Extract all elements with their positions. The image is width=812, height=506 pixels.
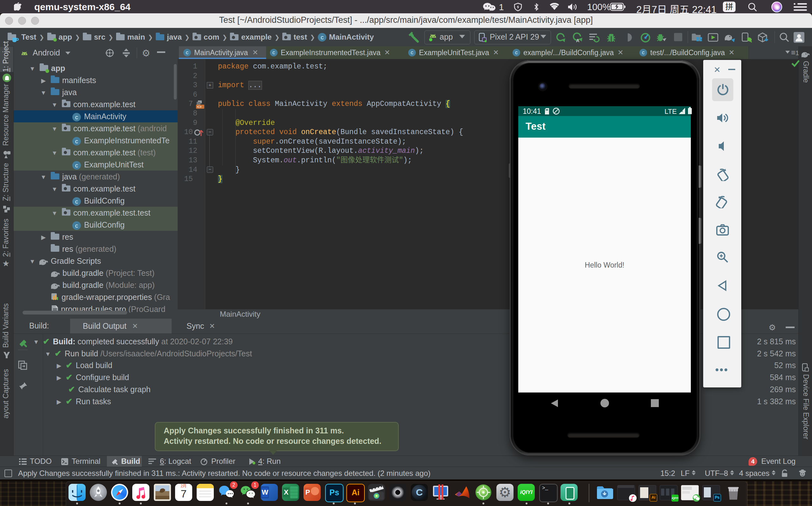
- svg-text:<>: <>: [197, 105, 201, 109]
- svg-text:A: A: [576, 38, 579, 43]
